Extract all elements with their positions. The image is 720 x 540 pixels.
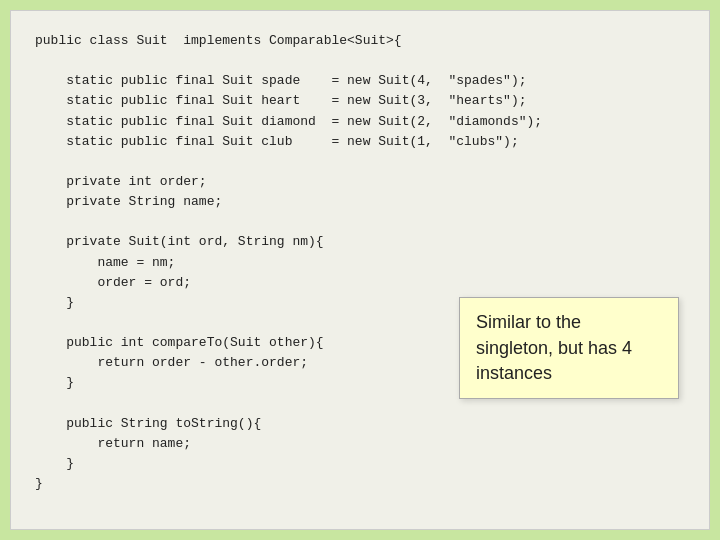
code-line-13: order = ord;	[35, 273, 685, 293]
tooltip-box: Similar to the singleton, but has 4 inst…	[459, 297, 679, 399]
code-line-1: public class Suit implements Comparable<…	[35, 31, 685, 51]
code-line-6: static public final Suit club = new Suit…	[35, 132, 685, 152]
code-line-7	[35, 152, 685, 172]
code-line-10	[35, 212, 685, 232]
slide-container: public class Suit implements Comparable<…	[10, 10, 710, 530]
code-line-21: return name;	[35, 434, 685, 454]
code-line-11: private Suit(int ord, String nm){	[35, 232, 685, 252]
code-line-4: static public final Suit heart = new Sui…	[35, 91, 685, 111]
code-line-12: name = nm;	[35, 253, 685, 273]
code-line-23: }	[35, 474, 685, 494]
code-line-3: static public final Suit spade = new Sui…	[35, 71, 685, 91]
code-line-22: }	[35, 454, 685, 474]
tooltip-text: Similar to the singleton, but has 4 inst…	[476, 312, 632, 382]
code-line-9: private String name;	[35, 192, 685, 212]
code-line-20: public String toString(){	[35, 414, 685, 434]
code-line-5: static public final Suit diamond = new S…	[35, 112, 685, 132]
code-line-8: private int order;	[35, 172, 685, 192]
code-block: public class Suit implements Comparable<…	[35, 31, 685, 509]
code-line-2	[35, 51, 685, 71]
